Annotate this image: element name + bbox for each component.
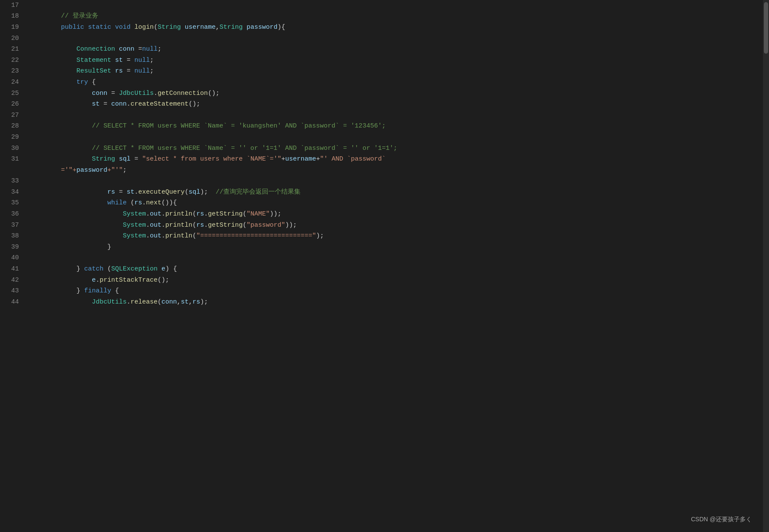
code-line-18: // 登录业务 (30, 11, 769, 22)
code-line-24: try { (30, 77, 769, 88)
code-line-29 (30, 132, 769, 143)
line-num-17: 17 (4, 0, 19, 11)
line-num-29: 29 (4, 132, 19, 143)
code-line-28: // SELECT * FROM users WHERE `Name` = 'k… (30, 121, 769, 132)
code-line-32: ='"+ password +"'" ; (30, 165, 769, 176)
line-num-32 (4, 165, 19, 176)
code-line-36: System . out . println ( rs . getString … (30, 209, 769, 220)
code-line-38: System . out . println ( "==============… (30, 231, 769, 242)
code-line-44: JdbcUtils . release ( conn , st , rs ); (30, 297, 769, 308)
code-line-41: } catch ( SQLException e ) { (30, 264, 769, 275)
code-line-23: ResultSet rs = null ; (30, 66, 769, 77)
code-line-39: } (30, 242, 769, 253)
line-num-27: 27 (4, 110, 19, 121)
watermark-text: CSDN @还要孩子多く (691, 516, 752, 523)
code-content[interactable]: // 登录业务 public static void login ( Strin… (26, 0, 769, 532)
line-num-39: 39 (4, 242, 19, 253)
line-num-26: 26 (4, 99, 19, 110)
line-num-34: 34 (4, 187, 19, 198)
line-num-44: 44 (4, 297, 19, 308)
line-num-37: 37 (4, 220, 19, 231)
line-num-24: 24 (4, 77, 19, 88)
code-line-21: Connection conn = null ; (30, 44, 769, 55)
line-num-42: 42 (4, 275, 19, 286)
code-line-17 (30, 0, 769, 11)
code-line-34: rs = st . executeQuery ( sql ); //查询完毕会返… (30, 187, 769, 198)
line-num-38: 38 (4, 231, 19, 242)
code-line-19: public static void login ( String userna… (30, 22, 769, 33)
line-num-41: 41 (4, 264, 19, 275)
scrollbar-thumb[interactable] (764, 2, 768, 54)
line-numbers: 17 18 19 20 21 22 23 24 25 26 27 28 29 3… (0, 0, 26, 532)
code-line-35: while ( rs . next ()){ (30, 198, 769, 209)
code-line-25: conn = JdbcUtils . getConnection (); (30, 88, 769, 99)
line-num-19: 19 (4, 22, 19, 33)
line-num-30: 30 (4, 143, 19, 154)
line-num-31: 31 (4, 154, 19, 165)
code-line-42: e . printStackTrace (); (30, 275, 769, 286)
code-line-37: System . out . println ( rs . getString … (30, 220, 769, 231)
line-num-35: 35 (4, 198, 19, 209)
code-line-40 (30, 253, 769, 264)
line-num-18: 18 (4, 11, 19, 22)
code-line-26: st = conn . createStatement (); (30, 99, 769, 110)
line-num-33: 33 (4, 176, 19, 187)
line-num-28: 28 (4, 121, 19, 132)
code-line-43: } finally { (30, 286, 769, 297)
line-num-20: 20 (4, 33, 19, 44)
line-num-36: 36 (4, 209, 19, 220)
code-line-33 (30, 176, 769, 187)
editor-container: 17 18 19 20 21 22 23 24 25 26 27 28 29 3… (0, 0, 769, 532)
code-line-27 (30, 110, 769, 121)
code-area: 17 18 19 20 21 22 23 24 25 26 27 28 29 3… (0, 0, 769, 532)
line-num-21: 21 (4, 44, 19, 55)
line-num-40: 40 (4, 253, 19, 264)
code-line-20 (30, 33, 769, 44)
code-line-22: Statement st = null ; (30, 55, 769, 66)
line-num-23: 23 (4, 66, 19, 77)
code-line-30: // SELECT * FROM users WHERE `Name` = ''… (30, 143, 769, 154)
line-num-22: 22 (4, 55, 19, 66)
watermark: CSDN @还要孩子多く (691, 516, 752, 523)
code-line-31: String sql = "select * from users where … (30, 154, 769, 165)
line-num-25: 25 (4, 88, 19, 99)
line-num-43: 43 (4, 286, 19, 297)
scrollbar[interactable] (763, 0, 769, 532)
